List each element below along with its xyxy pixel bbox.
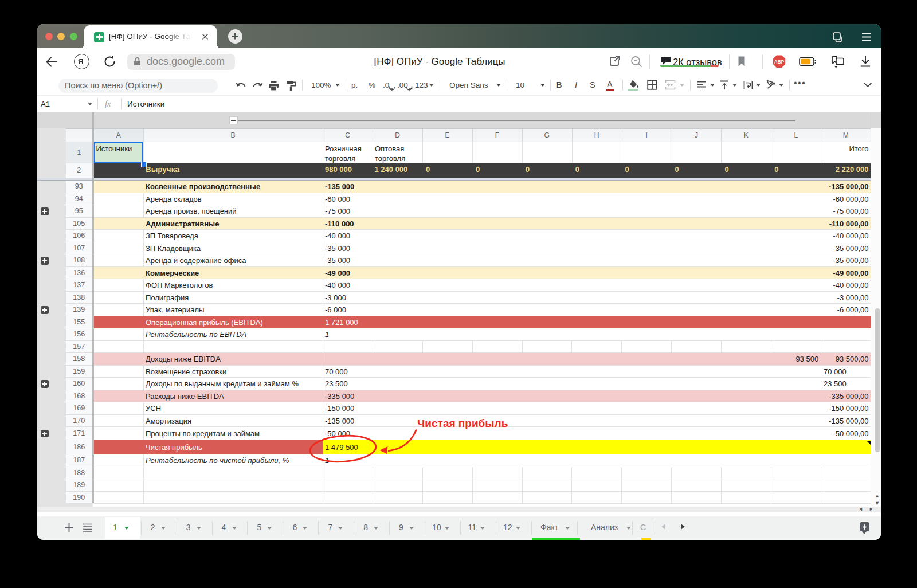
svg-text:ABP: ABP [774,60,785,65]
